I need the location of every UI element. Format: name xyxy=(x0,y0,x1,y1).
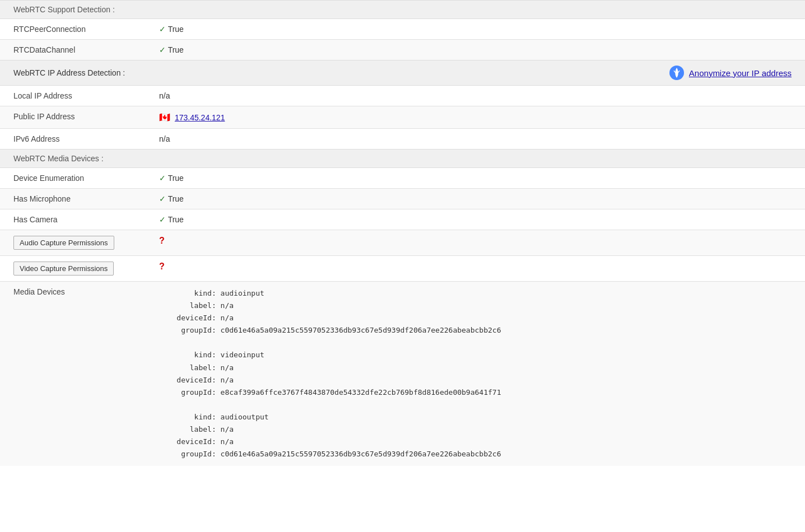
webrtc-ip-table: Local IP Address n/a Public IP Address 🇨… xyxy=(0,86,805,149)
ipv6-label: IPv6 Address xyxy=(0,129,146,150)
device-enum-text: True xyxy=(168,174,184,183)
table-row: Video Capture Permissions ? xyxy=(0,256,805,282)
anonymize-ip-link[interactable]: Anonymize your IP address xyxy=(689,68,792,78)
local-ip-label: Local IP Address xyxy=(0,86,146,106)
table-row: RTCPeerConnection ✓ True xyxy=(0,19,805,40)
audio-capture-permissions-button[interactable]: Audio Capture Permissions xyxy=(13,236,114,250)
webrtc-media-label: WebRTC Media Devices : xyxy=(13,154,104,163)
audio-capture-value: ? xyxy=(146,230,805,256)
check-icon: ✓ xyxy=(159,45,166,54)
media-devices-text: kind: audioinput label: n/a deviceId: n/… xyxy=(159,287,792,460)
webrtc-ip-section-header: WebRTC IP Address Detection : Anonymize … xyxy=(0,60,805,86)
rtc-peer-text: True xyxy=(168,25,184,34)
table-row: Has Microphone ✓ True xyxy=(0,189,805,209)
audio-capture-cell: Audio Capture Permissions xyxy=(0,230,146,256)
rtc-data-label: RTCDataChannel xyxy=(0,40,146,60)
has-camera-label: Has Camera xyxy=(0,209,146,230)
rtc-data-text: True xyxy=(168,45,184,54)
public-ip-label: Public IP Address xyxy=(0,106,146,129)
webrtc-media-section-header: WebRTC Media Devices : xyxy=(0,149,805,168)
canada-flag-icon: 🇨🇦 xyxy=(159,113,170,122)
webrtc-support-table: RTCPeerConnection ✓ True RTCDataChannel … xyxy=(0,19,805,60)
media-devices-label: Media Devices xyxy=(0,282,146,466)
table-row: IPv6 Address n/a xyxy=(0,129,805,150)
page-container: WebRTC Support Detection : RTCPeerConnec… xyxy=(0,0,805,532)
webrtc-media-table: Device Enumeration ✓ True Has Microphone… xyxy=(0,168,805,466)
has-microphone-text: True xyxy=(168,194,184,203)
rtc-data-value: ✓ True xyxy=(146,40,805,60)
check-icon: ✓ xyxy=(159,25,166,34)
nordvpn-logo-icon xyxy=(669,65,685,81)
video-capture-value: ? xyxy=(146,256,805,282)
table-row: Public IP Address 🇨🇦 173.45.24.121 xyxy=(0,106,805,129)
ipv6-value: n/a xyxy=(146,129,805,150)
has-microphone-label: Has Microphone xyxy=(0,189,146,209)
audio-capture-status: ? xyxy=(159,236,165,245)
video-capture-cell: Video Capture Permissions xyxy=(0,256,146,282)
has-camera-value: ✓ True xyxy=(146,209,805,230)
table-row: RTCDataChannel ✓ True xyxy=(0,40,805,60)
check-icon: ✓ xyxy=(159,194,166,203)
table-row: Has Camera ✓ True xyxy=(0,209,805,230)
public-ip-value: 🇨🇦 173.45.24.121 xyxy=(146,106,805,129)
rtc-peer-value: ✓ True xyxy=(146,19,805,40)
webrtc-support-label: WebRTC Support Detection : xyxy=(13,5,115,14)
local-ip-value: n/a xyxy=(146,86,805,106)
check-icon: ✓ xyxy=(159,174,166,183)
device-enum-label: Device Enumeration xyxy=(0,168,146,189)
table-row: Local IP Address n/a xyxy=(0,86,805,106)
public-ip-link[interactable]: 173.45.24.121 xyxy=(175,113,225,122)
table-row: Audio Capture Permissions ? xyxy=(0,230,805,256)
table-row: Media Devices kind: audioinput label: n/… xyxy=(0,282,805,466)
device-enum-value: ✓ True xyxy=(146,168,805,189)
rtc-peer-label: RTCPeerConnection xyxy=(0,19,146,40)
check-icon: ✓ xyxy=(159,215,166,224)
webrtc-support-section-header: WebRTC Support Detection : xyxy=(0,0,805,19)
webrtc-ip-label: WebRTC IP Address Detection : xyxy=(13,68,125,77)
video-capture-permissions-button[interactable]: Video Capture Permissions xyxy=(13,262,114,276)
video-capture-status: ? xyxy=(159,262,165,271)
media-devices-value: kind: audioinput label: n/a deviceId: n/… xyxy=(146,282,805,466)
has-camera-text: True xyxy=(168,215,184,224)
nord-vpn-promo: Anonymize your IP address xyxy=(669,65,792,81)
table-row: Device Enumeration ✓ True xyxy=(0,168,805,189)
has-microphone-value: ✓ True xyxy=(146,189,805,209)
